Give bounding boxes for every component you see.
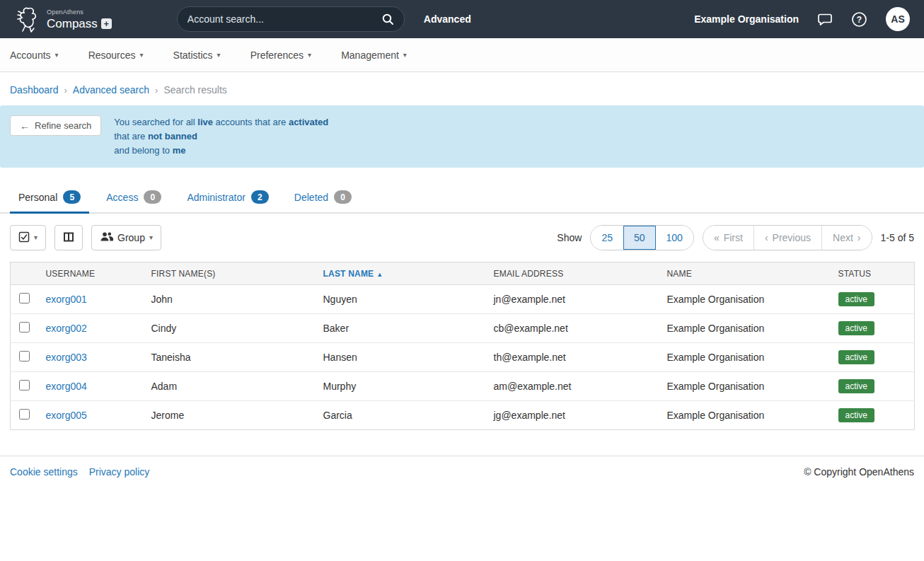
top-header: OpenAthens Compass + Advanced Example Or… (0, 0, 924, 38)
group-dropdown-button[interactable]: Group ▾ (91, 225, 161, 250)
search-summary-panel: ← Refine search You searched for all liv… (0, 105, 924, 168)
checkbox-checked-icon (18, 231, 30, 245)
previous-page-button[interactable]: ‹ Previous (753, 226, 821, 250)
account-search-input[interactable] (187, 13, 381, 25)
main-nav: Accounts ▾ Resources ▾ Statistics ▾ Pref… (0, 38, 924, 72)
status-badge: active (838, 292, 874, 306)
username-link[interactable]: exorg001 (46, 294, 87, 305)
help-icon[interactable]: ? (851, 11, 867, 28)
breadcrumb-dashboard[interactable]: Dashboard (10, 84, 59, 96)
account-search-box[interactable] (177, 6, 405, 32)
row-checkbox[interactable] (19, 322, 30, 332)
column-header-name[interactable]: NAME (660, 262, 831, 285)
results-table-container: USERNAME FIRST NAME(S) LAST NAME▲ EMAIL … (0, 262, 924, 430)
result-tabs: Personal 5 Access 0 Administrator 2 Dele… (0, 185, 924, 214)
row-checkbox[interactable] (19, 409, 30, 420)
privacy-policy-link[interactable]: Privacy policy (89, 466, 150, 478)
username-link[interactable]: exorg005 (46, 410, 87, 421)
results-range-label: 1-5 of 5 (881, 232, 914, 243)
column-header-username[interactable]: USERNAME (39, 262, 144, 285)
tab-administrator[interactable]: Administrator 2 (178, 185, 277, 212)
summary-line-2: that are not banned (114, 129, 328, 144)
organisation-name: Example Organisation (694, 13, 799, 25)
brand-openathens-label: OpenAthens (47, 9, 112, 16)
username-link[interactable]: exorg003 (46, 352, 87, 363)
select-all-dropdown-button[interactable]: ▾ (10, 225, 46, 250)
tab-deleted[interactable]: Deleted 0 (286, 185, 360, 212)
last-name-cell: Baker (316, 314, 487, 343)
column-header-last-name[interactable]: LAST NAME▲ (316, 262, 487, 285)
breadcrumb-advanced-search[interactable]: Advanced search (73, 84, 149, 96)
chevron-left-icon: ‹ (765, 232, 768, 243)
last-name-cell: Hansen (316, 343, 487, 372)
tab-deleted-count-badge: 0 (334, 190, 352, 204)
refine-search-button[interactable]: ← Refine search (10, 115, 101, 136)
columns-button[interactable] (54, 225, 83, 250)
status-badge: active (838, 408, 874, 422)
svg-text:?: ? (857, 15, 862, 25)
email-cell: cb@example.net (487, 314, 660, 343)
chevron-down-icon: ▾ (140, 52, 144, 59)
chevron-down-icon: ▾ (308, 52, 311, 59)
org-name-cell: Example Organisation (660, 285, 831, 314)
openathens-owl-icon (14, 4, 42, 34)
status-badge: active (838, 379, 874, 393)
status-badge: active (838, 321, 874, 335)
page-size-100[interactable]: 100 (656, 226, 693, 250)
advanced-search-link[interactable]: Advanced (424, 13, 471, 25)
results-toolbar: ▾ Group ▾ Show 25 50 100 (0, 214, 924, 262)
org-name-cell: Example Organisation (660, 343, 831, 372)
table-row: exorg003 Taneisha Hansen th@example.net … (11, 343, 915, 372)
brand-text: OpenAthens Compass + (47, 9, 112, 30)
nav-item-management[interactable]: Management ▾ (341, 50, 407, 61)
nav-item-statistics[interactable]: Statistics ▾ (173, 50, 221, 61)
user-avatar[interactable]: AS (886, 7, 910, 31)
nav-item-resources[interactable]: Resources ▾ (88, 50, 144, 61)
org-name-cell: Example Organisation (660, 372, 831, 401)
status-badge: active (838, 350, 874, 364)
column-header-status[interactable]: STATUS (831, 262, 915, 285)
table-row: exorg002 Cindy Baker cb@example.net Exam… (11, 314, 915, 343)
cookie-settings-link[interactable]: Cookie settings (10, 466, 78, 478)
next-page-button[interactable]: Next › (821, 226, 871, 250)
page-size-50[interactable]: 50 (623, 226, 656, 250)
chevron-down-icon: ▾ (217, 52, 221, 59)
row-checkbox[interactable] (19, 380, 30, 391)
page-size-selector: 25 50 100 (590, 225, 694, 250)
row-checkbox[interactable] (19, 293, 30, 303)
column-header-email[interactable]: EMAIL ADDRESS (487, 262, 660, 285)
nav-item-accounts[interactable]: Accounts ▾ (10, 50, 59, 61)
breadcrumb-current: Search results (163, 84, 226, 96)
chevron-down-icon: ▾ (55, 52, 59, 59)
search-icon[interactable] (381, 13, 394, 25)
tab-access[interactable]: Access 0 (98, 185, 170, 212)
first-page-button[interactable]: « First (703, 226, 753, 250)
brand-logo[interactable]: OpenAthens Compass + (14, 4, 112, 34)
column-header-first-name[interactable]: FIRST NAME(S) (144, 262, 316, 285)
username-link[interactable]: exorg002 (46, 323, 87, 334)
first-name-cell: Jerome (144, 401, 316, 430)
page-footer: Cookie settings Privacy policy © Copyrig… (0, 456, 924, 487)
table-header-row: USERNAME FIRST NAME(S) LAST NAME▲ EMAIL … (11, 262, 915, 285)
chat-icon[interactable] (817, 11, 833, 27)
last-name-cell: Murphy (316, 372, 487, 401)
last-name-cell: Garcia (316, 401, 487, 430)
row-checkbox[interactable] (19, 351, 30, 362)
table-row: exorg004 Adam Murphy am@example.net Exam… (11, 372, 915, 401)
summary-line-3: and belong to me (114, 144, 328, 158)
nav-item-preferences[interactable]: Preferences ▾ (250, 50, 312, 61)
email-cell: th@example.net (487, 343, 660, 372)
username-link[interactable]: exorg004 (46, 381, 87, 392)
table-row: exorg001 John Nguyen jn@example.net Exam… (11, 285, 915, 314)
first-name-cell: Cindy (144, 314, 316, 343)
page-size-25[interactable]: 25 (591, 226, 623, 250)
email-cell: jn@example.net (487, 285, 660, 314)
breadcrumb: Dashboard › Advanced search › Search res… (0, 72, 924, 105)
breadcrumb-separator-icon: › (64, 85, 67, 96)
email-cell: jg@example.net (487, 401, 660, 430)
email-cell: am@example.net (487, 372, 660, 401)
tab-access-count-badge: 0 (144, 190, 161, 204)
chevron-down-icon: ▾ (34, 234, 37, 241)
tab-personal[interactable]: Personal 5 (10, 185, 89, 212)
sort-ascending-icon: ▲ (376, 271, 383, 278)
